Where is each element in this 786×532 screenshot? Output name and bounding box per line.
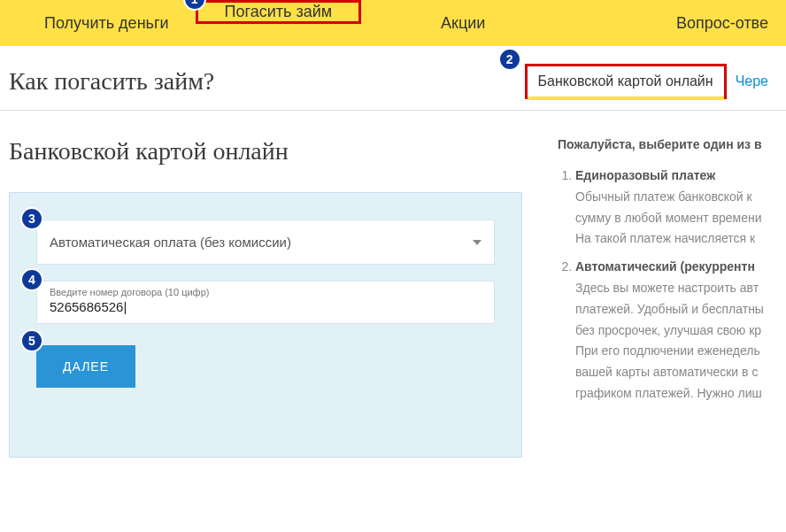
info-item-one-time: Единоразовый платеж Обычный платеж банко…: [575, 166, 777, 250]
callout-badge-3: 3: [20, 207, 43, 230]
callout-badge-4: 4: [20, 268, 43, 291]
info-item-body: Обычный платеж банковской к сумму в любо…: [575, 189, 761, 246]
next-button[interactable]: ДАЛЕЕ: [36, 345, 135, 388]
sub-nav: Как погасить займ? 2 Банковской картой о…: [0, 46, 786, 111]
chevron-down-icon: [473, 240, 482, 245]
callout-badge-5: 5: [20, 329, 43, 352]
active-tab-underline: [528, 96, 724, 100]
section-title: Банковской картой онлайн: [9, 137, 522, 166]
content: Банковской картой онлайн 3 Автоматическа…: [0, 111, 786, 458]
right-column: Пожалуйста, выберите один из в Единоразо…: [558, 137, 777, 458]
top-nav: Получить деньги 1 Погасить займ Акции Во…: [0, 0, 786, 46]
info-heading: Пожалуйста, выберите один из в: [558, 137, 777, 151]
contract-number-field[interactable]: Введите номер договора (10 цифр) 5265686…: [36, 281, 495, 324]
contract-number-label: Введите номер договора (10 цифр): [50, 287, 482, 297]
payment-form-panel: 3 Автоматическая оплата (без комиссии) 4…: [9, 192, 522, 458]
tab-other[interactable]: Чере: [727, 68, 777, 95]
nav-repay-loan[interactable]: Погасить займ: [196, 0, 362, 24]
info-list: Единоразовый платеж Обычный платеж банко…: [558, 166, 777, 405]
info-item-title: Автоматический (рекуррентн: [575, 259, 755, 274]
subnav-tabs: 2 Банковской картой онлайн Чере: [525, 64, 777, 99]
left-column: Банковской картой онлайн 3 Автоматическа…: [9, 137, 522, 458]
callout-badge-2: 2: [498, 48, 521, 71]
page-subtitle: Как погасить займ?: [9, 67, 214, 96]
nav-promo[interactable]: Акции: [414, 0, 512, 46]
nav-faq[interactable]: Вопрос-отве: [650, 0, 768, 46]
contract-number-input[interactable]: 5265686526: [50, 299, 482, 314]
payment-type-select[interactable]: Автоматическая оплата (без комиссии): [36, 220, 495, 265]
info-item-auto: Автоматический (рекуррентн Здесь вы може…: [575, 257, 777, 405]
info-item-body: Здесь вы можете настроить авт платежей. …: [575, 281, 764, 400]
info-item-title: Единоразовый платеж: [575, 168, 715, 182]
tab-bank-card-online[interactable]: Банковской картой онлайн: [525, 64, 727, 99]
payment-type-selected-value: Автоматическая оплата (без комиссии): [50, 235, 291, 250]
nav-get-money[interactable]: Получить деньги: [18, 0, 196, 46]
